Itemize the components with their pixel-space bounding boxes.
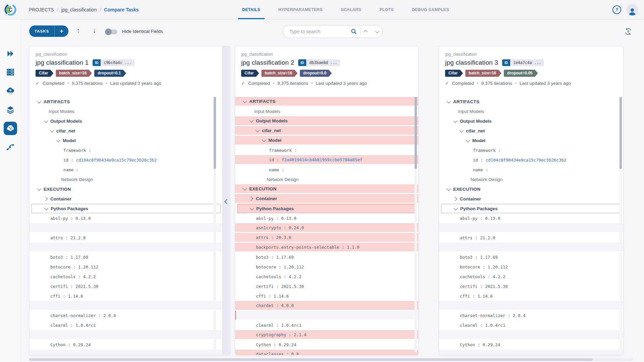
tab-debug-samples[interactable]: DEBUG SAMPLES [403, 0, 458, 19]
tree-row-execution[interactable]: EXECUTION [439, 184, 623, 194]
search-previous-button[interactable] [361, 25, 372, 38]
caret-down-icon[interactable] [256, 128, 260, 132]
caret-down-icon[interactable] [447, 187, 451, 191]
model-id-link[interactable]: f2a4019414cb4b81959ccbe5784a85ef [282, 157, 363, 162]
tree-row-artifacts[interactable]: ARTIFACTS [439, 97, 623, 107]
search-next-button[interactable] [372, 25, 383, 38]
search-icon[interactable] [351, 28, 357, 35]
sidebar-item-datasets[interactable] [6, 105, 15, 114]
tree-row-artifacts[interactable]: ARTIFACTS [235, 97, 418, 107]
hide-identical-fields-toggle[interactable] [106, 29, 117, 34]
sidebar-item-projects[interactable] [4, 122, 17, 135]
caret-right-icon[interactable] [249, 196, 253, 201]
help-icon[interactable]: ? [612, 5, 621, 14]
column-collapse-handle[interactable] [222, 46, 230, 355]
task-tag[interactable]: Cifar [241, 70, 259, 77]
tree-row-python-packages[interactable]: Python Packages [237, 204, 416, 213]
tree-row-python-packages[interactable]: Python Packages [32, 204, 221, 213]
horizontal-scrollbar[interactable] [29, 358, 633, 361]
user-avatar[interactable] [627, 4, 638, 15]
sidebar-item-pipelines[interactable] [6, 143, 15, 152]
caret-down-icon[interactable] [50, 128, 54, 133]
task-tag[interactable]: dropout=0.05 [504, 70, 538, 77]
caret-down-icon[interactable] [262, 137, 266, 142]
caret-right-icon[interactable] [453, 197, 457, 201]
tree-row-model[interactable]: Model [235, 136, 418, 145]
task-tag[interactable]: dropout=0.0 [300, 70, 332, 77]
task-id-badge[interactable]: ID 1e4a7c4a ... [502, 59, 544, 66]
breadcrumb-project[interactable]: jpg_classification [61, 7, 97, 12]
task-tag[interactable]: dropout=0.1 [94, 70, 126, 77]
vertical-scrollbar[interactable] [214, 97, 216, 352]
model-id-link[interactable]: cd104c8f90434e9ca15c79ec3b26c3b2 [486, 158, 567, 163]
caret-down-icon[interactable] [243, 99, 247, 103]
task-tag[interactable]: Cifar [445, 70, 463, 77]
caret-down-icon[interactable] [453, 119, 458, 123]
next-diff-button[interactable]: ↓ [93, 26, 96, 35]
sidebar-expand-icon[interactable] [6, 49, 15, 58]
tree-row-container[interactable]: Container [439, 194, 623, 204]
scrollbar-thumb[interactable] [620, 97, 622, 169]
task-tag[interactable]: batch_size=16 [465, 70, 501, 77]
tree-row-container[interactable]: Container [30, 194, 223, 204]
vertical-scrollbar[interactable] [415, 97, 417, 352]
task-id-badge[interactable]: ID c9bc0a4c ... [93, 59, 135, 66]
task-tag[interactable]: batch_size=16 [56, 70, 92, 77]
caret-down-icon[interactable] [37, 99, 42, 104]
tasks-split-button[interactable]: TASKS + [29, 25, 68, 37]
caret-down-icon[interactable] [44, 119, 48, 123]
tree-row-execution[interactable]: EXECUTION [235, 184, 418, 194]
tab-scalars[interactable]: SCALARS [332, 0, 371, 19]
tree-row-output-models[interactable]: Output Models [439, 116, 623, 126]
sidebar-item-autoscalers[interactable] [6, 86, 15, 95]
caret-down-icon[interactable] [466, 138, 470, 142]
tree-row-model[interactable]: Model [30, 136, 223, 145]
tree-row-input-models[interactable]: Input Models [30, 107, 223, 116]
model-id-link[interactable]: cd104c8f90434e9ca15c79ec3b26c3b2 [76, 158, 157, 163]
tree-row-python-packages[interactable]: Python Packages [441, 204, 621, 213]
tree-row-model[interactable]: Model [439, 136, 623, 145]
tasks-button[interactable]: TASKS [29, 29, 54, 33]
tab-details[interactable]: DETAILS [233, 0, 269, 19]
breadcrumb-page[interactable]: Compare Tasks [104, 7, 139, 12]
tree-row-cifar-net[interactable]: cifar_net [30, 126, 223, 136]
tree-row-output-models[interactable]: Output Models [30, 116, 223, 126]
tab-hyperparameters[interactable]: HYPERPARAMETERS [269, 0, 332, 19]
caret-down-icon[interactable] [250, 206, 254, 210]
tree-row-input-models[interactable]: Input Models [439, 107, 623, 116]
caret-down-icon[interactable] [37, 187, 42, 191]
tree-row-network-design[interactable]: Network Design [235, 175, 418, 184]
search-input[interactable] [289, 28, 351, 35]
tree-row-artifacts[interactable]: ARTIFACTS [30, 97, 223, 107]
caret-right-icon[interactable] [43, 197, 48, 201]
tree-row-container[interactable]: Container [235, 194, 418, 204]
caret-down-icon[interactable] [460, 128, 464, 133]
breadcrumb-projects[interactable]: PROJECTS [29, 7, 54, 12]
caret-down-icon[interactable] [243, 186, 247, 190]
scrollbar-thumb[interactable] [214, 97, 216, 169]
tree-row-cifar-net[interactable]: cifar_net [439, 126, 623, 136]
tab-plots[interactable]: PLOTS [370, 0, 403, 19]
scrollbar-thumb[interactable] [29, 358, 593, 361]
add-task-button[interactable]: + [55, 26, 68, 36]
scrollbar-thumb[interactable] [415, 97, 417, 169]
auto-refresh-icon[interactable] [624, 27, 633, 36]
tree-row-input-models[interactable]: Input Models [235, 107, 418, 116]
caret-down-icon[interactable] [56, 138, 61, 142]
tree-row-cifar-net[interactable]: cifar_net [235, 126, 418, 136]
sidebar-item-workers-queues[interactable] [6, 68, 15, 76]
caret-down-icon[interactable] [454, 206, 458, 210]
caret-down-icon[interactable] [250, 118, 254, 122]
previous-diff-button[interactable]: ↑ [76, 26, 80, 35]
tree-row-execution[interactable]: EXECUTION [30, 184, 223, 194]
tree-row-network-design[interactable]: Network Design [439, 175, 623, 184]
caret-down-icon[interactable] [447, 99, 451, 104]
caret-down-icon[interactable] [44, 206, 49, 210]
tree-row-network-design[interactable]: Network Design [30, 175, 223, 184]
task-id-badge[interactable]: ID db3bae8d ... [298, 59, 340, 66]
vertical-scrollbar[interactable] [620, 97, 622, 352]
tree-row-output-models[interactable]: Output Models [235, 116, 418, 126]
task-tag[interactable]: batch_size=16 [261, 70, 298, 77]
task-tag[interactable]: Cifar [36, 70, 53, 77]
clearml-logo[interactable]: C [0, 0, 21, 19]
